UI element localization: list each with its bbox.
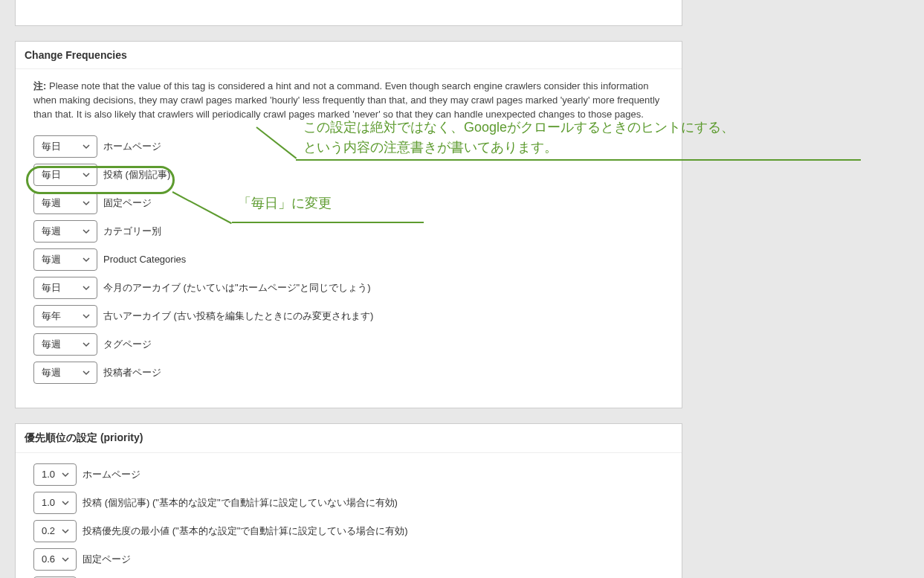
- priority-value: 0.2: [42, 525, 55, 536]
- panel-title-change-freq: Change Frequencies: [16, 42, 682, 69]
- priority-select-homepage[interactable]: 1.0: [33, 463, 77, 486]
- chevron-down-icon: [82, 255, 91, 264]
- priority-value: 1.0: [42, 497, 55, 508]
- freq-select-current-archive[interactable]: 毎日: [33, 277, 97, 299]
- freq-label: 投稿者ページ: [103, 366, 161, 379]
- note-prefix: 注:: [33, 80, 46, 91]
- freq-row-pages: 毎週 固定ページ: [33, 192, 664, 214]
- chevron-down-icon: [82, 283, 91, 292]
- freq-label: 今月のアーカイブ (たいていは"ホームページ"と同じでしょう): [103, 281, 371, 295]
- freq-row-authors: 毎週 投稿者ページ: [33, 362, 664, 384]
- freq-value: 毎週: [42, 225, 61, 238]
- freq-row-current-archive: 毎日 今月のアーカイブ (たいていは"ホームページ"と同じでしょう): [33, 277, 664, 299]
- priority-select-min[interactable]: 0.2: [33, 520, 77, 542]
- chevron-down-icon: [61, 555, 70, 564]
- freq-value: 毎日: [42, 140, 61, 153]
- freq-row-product-cat: 毎週 Product Categories: [33, 248, 664, 271]
- freq-row-old-archive: 毎年 古いアーカイブ (古い投稿を編集したときにのみ変更されます): [33, 305, 664, 327]
- freq-label: 固定ページ: [103, 196, 152, 210]
- chevron-down-icon: [61, 498, 70, 507]
- chevron-down-icon: [82, 199, 91, 208]
- chevron-down-icon: [82, 142, 91, 151]
- priority-panel: 優先順位の設定 (priority) 1.0 ホームページ 1.0 投稿 (個別…: [15, 423, 682, 578]
- priority-select-posts[interactable]: 1.0: [33, 492, 77, 514]
- change-frequencies-panel: Change Frequencies 注: Please note that t…: [15, 41, 682, 408]
- priority-label: 投稿 (個別記事) ("基本的な設定"で自動計算に設定していない場合に有効): [83, 496, 398, 510]
- priority-select-pages[interactable]: 0.6: [33, 548, 77, 571]
- panel-title-priority: 優先順位の設定 (priority): [16, 424, 682, 453]
- freq-value: 毎週: [42, 253, 61, 266]
- freq-value: 毎日: [42, 281, 61, 295]
- freq-row-posts: 毎日 投稿 (個別記事): [33, 164, 664, 186]
- priority-row-posts: 1.0 投稿 (個別記事) ("基本的な設定"で自動計算に設定していない場合に有…: [33, 492, 664, 514]
- freq-select-authors[interactable]: 毎週: [33, 362, 97, 384]
- freq-label: 古いアーカイブ (古い投稿を編集したときにのみ変更されます): [103, 309, 373, 323]
- priority-value: 1.0: [42, 469, 55, 480]
- freq-select-old-archive[interactable]: 毎年: [33, 305, 97, 327]
- freq-label: タグページ: [103, 338, 152, 351]
- chevron-down-icon: [82, 227, 91, 236]
- freq-select-posts[interactable]: 毎日: [33, 164, 97, 186]
- chevron-down-icon: [82, 368, 91, 377]
- chevron-down-icon: [82, 340, 91, 349]
- freq-select-product-cat[interactable]: 毎週: [33, 248, 97, 271]
- freq-select-categories[interactable]: 毎週: [33, 220, 97, 243]
- priority-label: 投稿優先度の最小値 ("基本的な設定"で自動計算に設定している場合に有効): [83, 524, 408, 538]
- freq-value: 毎日: [42, 168, 61, 182]
- freq-select-pages[interactable]: 毎週: [33, 192, 97, 214]
- freq-row-tags: 毎週 タグページ: [33, 333, 664, 356]
- freq-value: 毎週: [42, 366, 61, 379]
- priority-row-homepage: 1.0 ホームページ: [33, 463, 664, 486]
- freq-select-homepage[interactable]: 毎日: [33, 135, 97, 158]
- freq-select-tags[interactable]: 毎週: [33, 333, 97, 356]
- freq-value: 毎週: [42, 196, 61, 210]
- note-text: Please note that the value of this tag i…: [33, 80, 659, 120]
- chevron-down-icon: [82, 170, 91, 179]
- freq-label: 投稿 (個別記事): [103, 168, 170, 182]
- freq-label: ホームページ: [103, 140, 161, 153]
- priority-row-min: 0.2 投稿優先度の最小値 ("基本的な設定"で自動計算に設定している場合に有効…: [33, 520, 664, 542]
- priority-label: ホームページ: [83, 468, 140, 481]
- freq-label: カテゴリー別: [103, 225, 161, 238]
- chevron-down-icon: [61, 527, 70, 536]
- freq-value: 毎年: [42, 309, 61, 323]
- priority-value: 0.6: [42, 553, 55, 565]
- chevron-down-icon: [61, 470, 70, 479]
- chevron-down-icon: [82, 312, 91, 321]
- freq-row-categories: 毎週 カテゴリー別: [33, 220, 664, 243]
- change-freq-note: 注: Please note that the value of this ta…: [33, 80, 664, 122]
- freq-label: Product Categories: [103, 254, 186, 265]
- previous-panel-bottom: [15, 0, 682, 26]
- freq-row-homepage: 毎日 ホームページ: [33, 135, 664, 158]
- priority-label: 固定ページ: [83, 553, 131, 566]
- priority-row-pages: 0.6 固定ページ: [33, 548, 664, 571]
- freq-value: 毎週: [42, 338, 61, 351]
